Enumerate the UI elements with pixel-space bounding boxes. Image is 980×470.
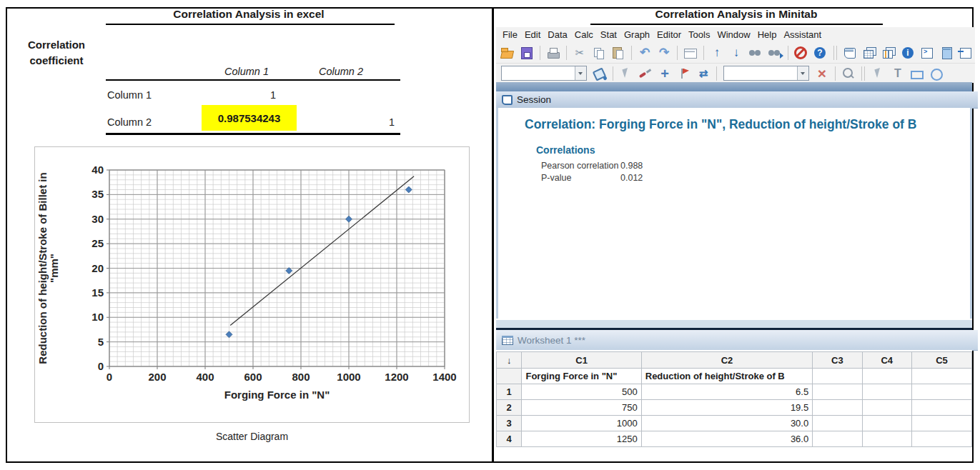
zoom-icon[interactable] xyxy=(840,66,857,81)
cell-c3-row3[interactable] xyxy=(813,416,862,431)
paste-icon[interactable] xyxy=(610,45,627,61)
brush-points-icon[interactable] xyxy=(637,66,654,81)
crosshairs-icon[interactable]: + xyxy=(656,66,673,81)
help-icon[interactable] xyxy=(812,45,829,61)
cancel-icon[interactable] xyxy=(793,45,810,61)
menu-stat[interactable]: Stat xyxy=(597,28,620,41)
svg-text:1400: 1400 xyxy=(432,371,456,383)
svg-text:30: 30 xyxy=(91,213,104,225)
cell-c4-row2[interactable] xyxy=(862,400,911,416)
column-header-c5[interactable]: C5 xyxy=(911,352,971,369)
menu-help[interactable]: Help xyxy=(754,28,781,41)
row-number-4[interactable]: 4 xyxy=(497,431,522,447)
session-window-titlebar[interactable]: Session xyxy=(496,91,978,109)
svg-text:1000: 1000 xyxy=(337,371,360,383)
cell-c2-row4[interactable]: 36.0 xyxy=(641,431,812,447)
rectangle-tool-icon[interactable] xyxy=(909,66,926,81)
next-command-icon[interactable]: ↓ xyxy=(728,45,745,61)
cell-c3-row4[interactable] xyxy=(813,431,862,447)
brush-fill-icon[interactable] xyxy=(591,66,608,81)
cell-c3-row2[interactable] xyxy=(813,400,862,416)
menu-data[interactable]: Data xyxy=(544,28,570,41)
cell-c3-row1[interactable] xyxy=(813,384,862,400)
column-name-c2[interactable]: Reduction of height/Stroke of B xyxy=(641,369,812,384)
menu-assistant[interactable]: Assistant xyxy=(780,28,825,41)
copy-icon[interactable] xyxy=(590,45,608,61)
project-manager-icon[interactable] xyxy=(842,45,859,61)
chevron-down-icon[interactable] xyxy=(575,66,586,80)
find-icon[interactable] xyxy=(747,45,764,61)
cell-c2-row1[interactable]: 6.5 xyxy=(641,384,812,400)
column-name-c1[interactable]: Forging Force in "N" xyxy=(522,369,641,384)
cell-c2-row2[interactable]: 19.5 xyxy=(641,400,812,416)
svg-text:Reduction of height/Stroke of: Reduction of height/Stroke of Billet in"… xyxy=(36,172,60,364)
cell-c5-row2[interactable] xyxy=(911,400,971,416)
menu-window[interactable]: Window xyxy=(713,28,753,41)
print-icon[interactable] xyxy=(545,45,562,61)
notepad-icon[interactable] xyxy=(939,45,956,61)
column-header-c2[interactable]: C2 xyxy=(641,352,812,369)
find-next-icon[interactable] xyxy=(766,45,783,61)
open-file-icon[interactable] xyxy=(499,45,516,61)
show-worksheets-icon[interactable] xyxy=(861,45,878,61)
minitab-menubar: FileEditDataCalcStatGraphEditorToolsWind… xyxy=(496,27,975,42)
svg-text:1200: 1200 xyxy=(385,371,408,383)
cell-c1-row4[interactable]: 1250 xyxy=(522,431,641,447)
menu-tools[interactable]: Tools xyxy=(685,28,713,41)
show-graphs-icon[interactable] xyxy=(881,45,898,61)
circle-tool-icon[interactable] xyxy=(928,66,945,81)
matrix-value-r2c2: 1 xyxy=(315,116,395,128)
text-tool-icon[interactable]: T xyxy=(889,66,906,81)
column-name-c4[interactable] xyxy=(862,369,911,384)
cell-c1-row1[interactable]: 500 xyxy=(522,384,641,400)
worksheet-window-titlebar[interactable]: Worksheet 1 *** xyxy=(496,330,978,351)
cell-c4-row1[interactable] xyxy=(862,384,911,400)
previous-command-icon[interactable]: ↑ xyxy=(708,45,726,61)
undo-icon[interactable]: ↶ xyxy=(636,45,653,61)
row-number-2[interactable]: 2 xyxy=(497,400,522,416)
svg-text:400: 400 xyxy=(196,371,214,383)
new-window-icon[interactable] xyxy=(682,45,699,61)
column-name-c3[interactable] xyxy=(813,369,862,384)
menu-edit[interactable]: Edit xyxy=(521,28,544,41)
flag-icon[interactable] xyxy=(675,66,693,81)
session-window-title: Session xyxy=(517,94,551,105)
correlation-coefficient-label: Correlation coefficient xyxy=(14,37,99,69)
graph-combobox[interactable] xyxy=(723,66,809,81)
menu-calc[interactable]: Calc xyxy=(571,28,597,41)
cell-c4-row4[interactable] xyxy=(862,431,911,447)
variable-combobox[interactable] xyxy=(501,66,587,81)
show-session-icon[interactable] xyxy=(919,45,936,61)
select-item-icon[interactable] xyxy=(618,66,635,81)
cell-c5-row1[interactable] xyxy=(911,384,971,400)
svg-text:5: 5 xyxy=(98,336,104,348)
row-number-3[interactable]: 3 xyxy=(497,416,522,431)
swap-rows-icon[interactable]: ⇄ xyxy=(695,66,712,81)
redo-icon[interactable]: ↷ xyxy=(655,45,673,61)
cell-c2-row3[interactable]: 30.0 xyxy=(641,416,812,431)
row-number-1[interactable]: 1 xyxy=(497,384,522,400)
cell-c5-row4[interactable] xyxy=(911,431,971,447)
select-tool-icon[interactable] xyxy=(870,66,887,81)
svg-text:10: 10 xyxy=(91,311,104,323)
cell-c1-row3[interactable]: 1000 xyxy=(522,416,641,431)
cut-icon[interactable]: ✂ xyxy=(571,45,588,61)
p-value-label: P-value xyxy=(541,173,571,183)
menu-editor[interactable]: Editor xyxy=(653,28,685,41)
delete-icon[interactable]: × xyxy=(813,66,831,81)
column-header-c4[interactable]: C4 xyxy=(862,352,911,369)
menu-graph[interactable]: Graph xyxy=(620,28,653,41)
column-header-c1[interactable]: C1 xyxy=(522,352,641,369)
menu-file[interactable]: File xyxy=(499,28,521,41)
save-icon[interactable] xyxy=(518,45,535,61)
related-documents-icon[interactable] xyxy=(958,45,975,61)
cell-c5-row3[interactable] xyxy=(911,416,971,431)
data-direction-arrow[interactable]: ↓ xyxy=(497,352,522,369)
show-info-icon[interactable] xyxy=(900,45,917,61)
column-name-c5[interactable] xyxy=(911,369,971,384)
column-header-c3[interactable]: C3 xyxy=(813,352,862,369)
cell-c1-row2[interactable]: 750 xyxy=(522,400,641,416)
name-row-corner xyxy=(497,369,522,384)
cell-c4-row3[interactable] xyxy=(862,416,911,431)
chevron-down-icon[interactable] xyxy=(797,66,808,80)
